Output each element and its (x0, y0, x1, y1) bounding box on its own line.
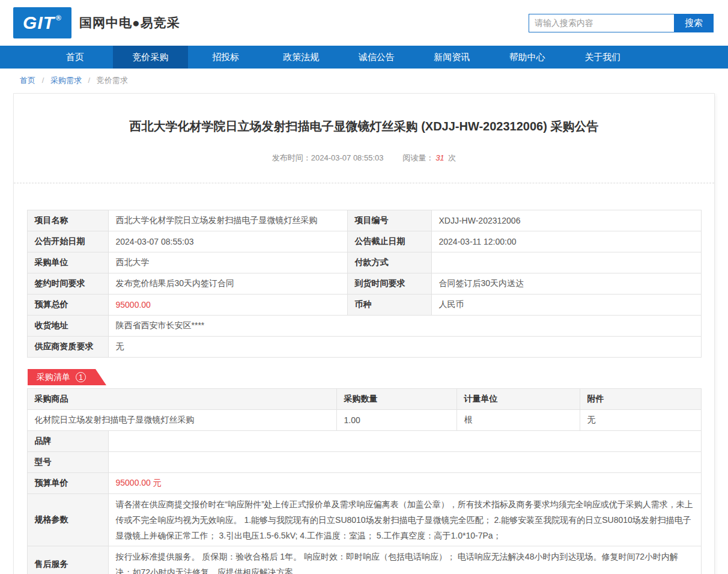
table-row: 公告开始日期 2024-03-07 08:55:03 公告截止日期 2024-0… (27, 231, 701, 252)
info-value: 陕西省西安市长安区**** (108, 316, 701, 337)
site-header: GIT® 国网中电●易竞采 搜索 (0, 0, 728, 46)
detail-value (108, 452, 701, 473)
page-title: 西北大学化材学院日立场发射扫描电子显微镜灯丝采购 (XDJJ-HW-202312… (56, 118, 672, 135)
detail-label: 型号 (27, 452, 108, 473)
table-header-row: 采购商品 采购数量 计量单位 附件 (27, 389, 701, 410)
breadcrumb-home[interactable]: 首页 (20, 76, 35, 85)
announcement-meta: 发布时间：2024-03-07 08:55:03 阅读量：31 次 (14, 153, 714, 163)
column-header: 附件 (580, 389, 701, 410)
read-count: 阅读量：31 次 (402, 153, 456, 162)
breadcrumb-bidding-demand: 竞价需求 (97, 76, 128, 85)
purchase-list-badge-row: 采购清单 1 (28, 369, 714, 385)
info-label: 币种 (347, 295, 431, 316)
info-label: 到货时间要求 (347, 273, 431, 295)
info-label: 采购单位 (27, 252, 108, 273)
info-label: 预算总价 (27, 295, 108, 316)
info-value: 西北大学 (108, 252, 347, 273)
info-value: 2024-03-07 08:55:03 (108, 231, 347, 252)
column-header: 采购数量 (336, 389, 457, 410)
breadcrumb: 首页 / 采购需求 / 竞价需求 (0, 69, 728, 92)
table-row: 售后服务 按行业标准提供服务。 质保期：验收合格后 1年。 响应时效：即时响应（… (27, 546, 701, 574)
detail-label: 规格参数 (27, 494, 108, 546)
info-value: 2024-03-11 12:00:00 (431, 231, 701, 252)
table-row: 项目名称 西北大学化材学院日立场发射扫描电子显微镜灯丝采购 项目编号 XDJJ-… (27, 210, 701, 231)
nav-item-about[interactable]: 关于我们 (565, 46, 641, 69)
table-row: 预算单价 95000.00 元 (27, 473, 701, 494)
main-nav: 首页 竞价采购 招投标 政策法规 诚信公告 新闻资讯 帮助中心 关于我们 (0, 46, 728, 69)
purchase-list-badge: 采购清单 1 (28, 369, 106, 385)
after-sale-value: 按行业标准提供服务。 质保期：验收合格后 1年。 响应时效：即时响应（包括电话响… (108, 546, 701, 574)
info-label: 项目编号 (347, 210, 431, 231)
info-value: 发布竞价结果后30天内签订合同 (108, 273, 347, 295)
table-row: 预算总价 95000.00 币种 人民币 (27, 295, 701, 316)
nav-item-integrity[interactable]: 诚信公告 (339, 46, 414, 69)
search-button[interactable]: 搜索 (674, 14, 714, 32)
column-header: 采购商品 (27, 389, 336, 410)
purchase-item-table: 采购商品 采购数量 计量单位 附件 化材院日立场发射扫描电子显微镜灯丝采购 1.… (27, 388, 702, 431)
git-logo[interactable]: GIT® (13, 7, 71, 38)
detail-label: 品牌 (27, 431, 108, 452)
column-header: 计量单位 (457, 389, 580, 410)
nav-item-bidding-purchase[interactable]: 竞价采购 (113, 46, 189, 69)
project-info-table: 项目名称 西北大学化材学院日立场发射扫描电子显微镜灯丝采购 项目编号 XDJJ-… (27, 210, 702, 358)
dashed-divider (14, 183, 714, 183)
breadcrumb-separator: / (42, 76, 44, 85)
product-name: 化材院日立场发射扫描电子显微镜灯丝采购 (27, 410, 336, 431)
info-value (431, 252, 701, 273)
unit-price-value: 95000.00 元 (108, 473, 701, 494)
table-row: 型号 (27, 452, 701, 473)
table-row: 供应商资质要求 无 (27, 337, 701, 358)
announcement-card: 西北大学化材学院日立场发射扫描电子显微镜灯丝采购 (XDJJ-HW-202312… (13, 93, 715, 574)
search-area: 搜索 (529, 14, 714, 32)
info-label: 供应商资质要求 (27, 337, 108, 358)
purchase-list-badge-label: 采购清单 (37, 372, 70, 383)
spec-params-value: 请各潜在供应商提交报价时在“响应附件”处上传正式报价单及需求响应偏离表（加盖公章… (108, 494, 701, 546)
purchase-detail-table: 品牌 型号 预算单价 95000.00 元 规格参数 请各潜在供应商提交报价时在… (27, 430, 702, 574)
breadcrumb-separator: / (88, 76, 91, 85)
publish-time: 发布时间：2024-03-07 08:55:03 (272, 153, 384, 162)
table-row: 品牌 (27, 431, 701, 452)
info-value: 无 (108, 337, 701, 358)
info-label: 项目名称 (27, 210, 108, 231)
product-quantity: 1.00 (336, 410, 457, 431)
info-label: 签约时间要求 (27, 273, 108, 295)
detail-label: 售后服务 (27, 546, 108, 574)
info-label: 收货地址 (27, 316, 108, 337)
table-row: 化材院日立场发射扫描电子显微镜灯丝采购 1.00 根 无 (27, 410, 701, 431)
info-value: 合同签订后30天内送达 (431, 273, 701, 295)
nav-item-home[interactable]: 首页 (37, 46, 113, 69)
nav-item-policy[interactable]: 政策法规 (264, 46, 339, 69)
git-logo-text: GIT (23, 13, 55, 33)
detail-label: 预算单价 (27, 473, 108, 494)
nav-item-news[interactable]: 新闻资讯 (414, 46, 490, 69)
product-attachment: 无 (580, 410, 701, 431)
table-row: 规格参数 请各潜在供应商提交报价时在“响应附件”处上传正式报价单及需求响应偏离表… (27, 494, 701, 546)
info-value: XDJJ-HW-202312006 (431, 210, 701, 231)
info-label: 付款方式 (347, 252, 431, 273)
budget-total-value: 95000.00 (108, 295, 347, 316)
nav-item-tender[interactable]: 招投标 (188, 46, 264, 69)
detail-value (108, 431, 701, 452)
nav-item-help[interactable]: 帮助中心 (490, 46, 565, 69)
registered-mark-icon: ® (56, 14, 62, 22)
breadcrumb-purchase-demand[interactable]: 采购需求 (50, 76, 82, 85)
product-unit: 根 (457, 410, 580, 431)
site-name: 国网中电●易竞采 (79, 14, 180, 31)
table-row: 采购单位 西北大学 付款方式 (27, 252, 701, 273)
info-value: 西北大学化材学院日立场发射扫描电子显微镜灯丝采购 (108, 210, 347, 231)
table-row: 签约时间要求 发布竞价结果后30天内签订合同 到货时间要求 合同签订后30天内送… (27, 273, 701, 295)
info-value: 人民币 (431, 295, 701, 316)
info-label: 公告截止日期 (347, 231, 431, 252)
search-input[interactable] (529, 14, 674, 32)
table-row: 收货地址 陕西省西安市长安区**** (27, 316, 701, 337)
info-label: 公告开始日期 (27, 231, 108, 252)
logo-area: GIT® 国网中电●易竞采 (13, 7, 180, 38)
purchase-list-count-badge: 1 (76, 372, 86, 382)
